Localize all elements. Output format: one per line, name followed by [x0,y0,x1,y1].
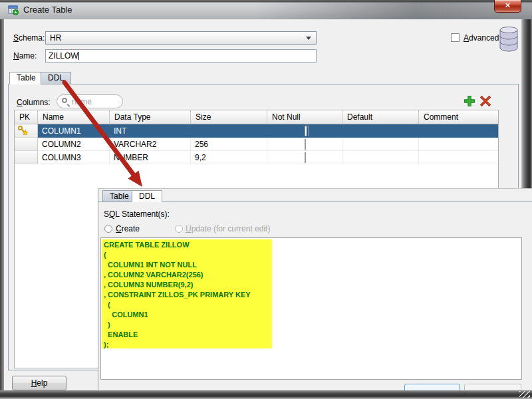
sql-line: , COLUMN3 NUMBER(9,2) [104,280,251,290]
sql-line: ( [104,300,251,310]
create-table-icon [8,5,19,15]
tab-strip-divider [98,201,532,202]
cell-size: 256 [191,138,267,151]
cell-comment [419,124,498,138]
cell-data-type: VARCHAR2 [110,138,191,151]
check-icon [307,126,308,137]
header-size[interactable]: Size [191,110,267,124]
name-field[interactable]: ZILLOW [45,49,317,63]
overlay-tab-ddl[interactable]: DDL [132,190,162,202]
cell-size [191,124,267,138]
ddl-tab-overlay: Table DDL SQL Statement(s): Create Updat… [98,188,532,392]
column-search[interactable] [57,94,123,108]
sql-line: ) [104,320,251,330]
database-icon [498,26,519,55]
cell-data-type: NUMBER [110,151,191,164]
not-null-checkbox[interactable] [305,126,309,136]
update-radio [175,225,183,233]
cell-name: COLUMN3 [38,151,110,164]
delete-column-button[interactable] [479,95,492,108]
header-data-type[interactable]: Data Type [110,110,191,124]
schema-select[interactable]: HR [45,31,317,45]
name-label: Name: [13,51,37,61]
resize-grip[interactable] [519,391,530,398]
table-row[interactable]: COLUMN3 NUMBER 9,2 [15,151,498,164]
cell-not-null [267,151,342,164]
table-row[interactable]: COLUMN1 INT [15,124,498,138]
header-default[interactable]: Default [342,110,419,124]
cell-name: COLUMN2 [38,138,110,151]
columns-label: Columns: [17,98,51,107]
cell-comment [419,151,498,164]
pk-cell [15,138,38,151]
create-table-dialog: Create Table × Schema: HR Name: ZILLOW A… [0,0,532,399]
sql-statement-editor[interactable]: CREATE TABLE ZILLOW ( COLUMN1 INT NOT NU… [100,237,522,380]
sql-line: ); [104,340,251,350]
pk-cell [15,124,38,138]
window-border-bottom [0,390,532,399]
create-radio-label[interactable]: Create [116,224,140,233]
not-null-checkbox[interactable] [305,152,306,163]
pk-cell [15,151,38,164]
text-caret [78,52,79,60]
grid-header-row: PK Name Data Type Size Not Null Default … [15,110,498,124]
sql-line: , COLUMN2 VARCHAR2(256) [104,270,251,280]
window-title: Create Table [23,5,72,15]
sql-line: ENABLE [104,330,251,340]
cell-not-null [267,138,342,151]
cell-default [342,124,419,138]
title-bar: Create Table × [0,0,532,19]
cell-default [342,138,419,151]
header-comment[interactable]: Comment [419,110,498,124]
close-button[interactable]: × [494,0,521,13]
sql-line: ( [104,250,251,260]
cell-size: 9,2 [191,151,267,164]
chevron-down-icon [306,37,311,43]
cell-not-null [267,124,342,138]
tab-ddl[interactable]: DDL [41,72,71,84]
create-radio[interactable] [104,225,112,233]
table-row[interactable]: COLUMN2 VARCHAR2 256 [15,138,498,151]
advanced-label: Advanced [464,33,499,43]
schema-label: Schema: [13,33,45,43]
sql-line: COLUMN1 [104,310,251,320]
advanced-checkbox[interactable] [451,33,460,42]
sql-line: CREATE TABLE ZILLOW [104,240,251,250]
header-pk[interactable]: PK [15,110,38,124]
search-icon [62,98,67,103]
sql-code: CREATE TABLE ZILLOW ( COLUMN1 INT NOT NU… [104,240,251,350]
sql-line: , CONSTRAINT ZILLOS_PK PRIMARY KEY [104,290,251,300]
cell-default [342,151,419,164]
cell-data-type: INT [110,124,191,138]
tab-table[interactable]: Table [9,72,43,84]
search-input[interactable] [72,96,118,106]
add-column-button[interactable] [464,95,476,108]
header-name[interactable]: Name [38,110,110,124]
window-border-left [0,19,4,390]
name-value: ZILLOW [49,51,78,61]
sql-statements-label: SQL Statement(s): [104,209,170,219]
help-button[interactable]: Help [12,376,66,390]
header-not-null[interactable]: Not Null [267,110,342,124]
window-border-right [521,19,532,188]
primary-key-icon [17,129,29,138]
not-null-checkbox[interactable] [305,139,306,150]
cell-comment [419,138,498,151]
update-radio-label: Update (for current edit) [186,224,270,233]
sql-line: COLUMN1 INT NOT NULL [104,260,251,270]
schema-value: HR [50,33,61,43]
cell-name: COLUMN1 [38,124,110,138]
